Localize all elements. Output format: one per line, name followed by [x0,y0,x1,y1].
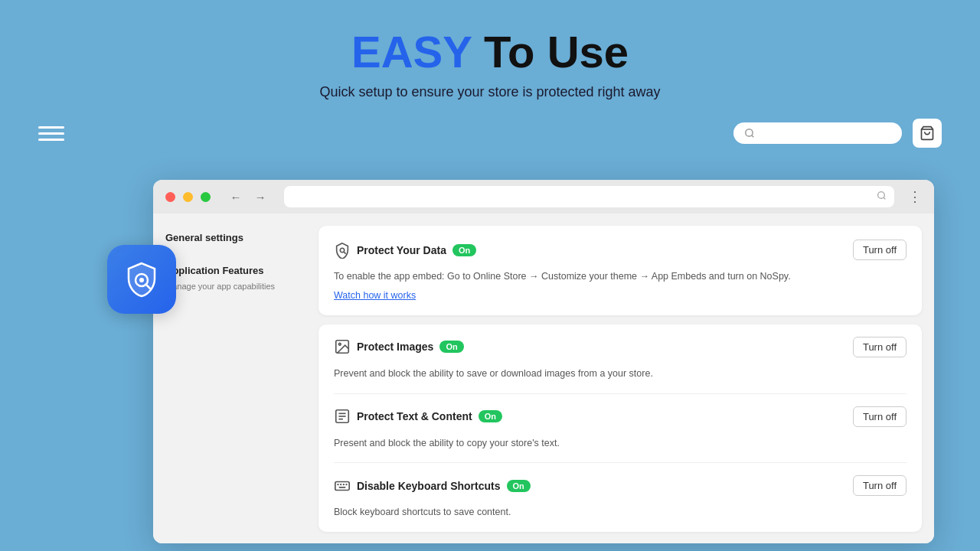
protect-data-title-row: Protect Your Data On [334,242,476,259]
app-icon [107,245,176,314]
svg-line-7 [884,197,885,199]
search-icon [744,128,755,139]
search-bar[interactable] [733,122,902,144]
protect-text-row: Protect Text & Content On Turn off Prese… [334,393,906,463]
disable-keyboard-title-row: Disable Keyboard Shortcuts On [334,478,531,494]
protect-text-title-row: Protect Text & Content On [334,408,502,425]
keyboard-icon [334,478,351,494]
disable-keyboard-badge: On [507,480,531,492]
general-settings-label: General settings [165,232,294,243]
app-features-subtitle: Manage your app capabilities [165,281,294,292]
disable-keyboard-turn-off-button[interactable]: Turn off [853,475,906,496]
disable-keyboard-header: Disable Keyboard Shortcuts On Turn off [334,475,906,496]
protect-text-turn-off-button[interactable]: Turn off [853,406,906,427]
browser-body: General settings Application Features Ma… [153,214,934,543]
window-minimize-dot[interactable] [183,192,193,202]
app-features-section: Application Features Manage your app cap… [165,265,294,292]
app-logo-icon [121,259,162,300]
forward-button[interactable]: → [250,187,270,207]
back-button[interactable]: ← [226,187,246,207]
topbar-right [733,119,942,148]
protect-images-title: Protect Images [357,341,433,353]
protect-images-row: Protect Images On Turn off Prevent and b… [334,324,906,393]
settings-sidebar: General settings Application Features Ma… [153,214,306,543]
protect-data-card: Protect Your Data On Turn off To enable … [318,226,922,315]
protect-images-header: Protect Images On Turn off [334,337,906,357]
svg-point-6 [878,192,885,199]
window-maximize-dot[interactable] [201,192,211,202]
svg-rect-16 [335,481,349,490]
browser-window: ← → ⋮ General settings Application Featu… [153,180,934,543]
hamburger-line-2 [38,132,64,135]
main-title: EASY To Use [0,28,980,77]
protect-data-badge: On [452,244,476,256]
search-input[interactable] [761,127,884,139]
window-close-dot[interactable] [165,192,175,202]
disable-keyboard-description: Block keyboard shortcuts to save content… [334,505,906,520]
protect-data-header: Protect Your Data On Turn off [334,240,906,260]
shield-icon [334,242,351,259]
text-icon [334,408,351,425]
browser-nav: ← → [226,187,270,207]
title-rest: To Use [472,27,629,77]
svg-point-11 [338,344,341,346]
disable-keyboard-title: Disable Keyboard Shortcuts [357,480,501,492]
topbar [0,119,980,148]
protect-data-title: Protect Your Data [357,244,446,256]
protect-images-title-row: Protect Images On [334,338,464,355]
image-icon [334,338,351,355]
svg-point-8 [340,248,345,253]
svg-point-4 [139,278,144,282]
hamburger-line-3 [38,139,64,141]
browser-menu-button[interactable]: ⋮ [908,188,922,205]
app-features-label: Application Features [165,265,294,276]
protect-text-description: Present and block the ability to copy yo… [334,436,906,451]
protect-images-badge: On [439,341,463,353]
protect-text-title: Protect Text & Content [357,410,472,422]
protect-text-header: Protect Text & Content On Turn off [334,406,906,427]
hamburger-line-1 [38,126,64,129]
svg-point-0 [746,129,753,136]
features-card: Protect Images On Turn off Prevent and b… [318,324,922,532]
protect-images-description: Prevent and block the ability to save or… [334,367,906,381]
main-subtitle: Quick setup to ensure your store is prot… [0,84,980,100]
protect-images-turn-off-button[interactable]: Turn off [853,337,906,357]
protect-data-turn-off-button[interactable]: Turn off [853,240,906,260]
disable-keyboard-row: Disable Keyboard Shortcuts On Turn off B… [334,462,906,532]
cart-icon [920,126,935,141]
cart-button[interactable] [913,119,942,148]
svg-line-1 [752,135,754,138]
browser-titlebar: ← → ⋮ [153,180,934,214]
url-search-icon [877,191,887,203]
hamburger-menu[interactable] [38,126,64,141]
page-header: EASY To Use Quick setup to ensure your s… [0,0,980,116]
protect-text-badge: On [479,410,502,422]
title-highlight: EASY [351,27,472,77]
main-content: Protect Your Data On Turn off To enable … [306,214,934,543]
svg-line-9 [344,252,345,253]
url-bar[interactable] [284,186,894,207]
protect-data-description: To enable the app embed: Go to Online St… [334,269,906,284]
watch-how-it-works-link[interactable]: Watch how it works [334,290,416,301]
